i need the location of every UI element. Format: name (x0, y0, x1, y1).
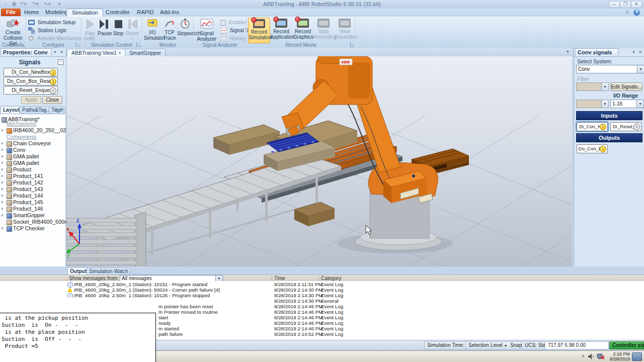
tree-item-product-142[interactable]: Product_142 (0, 179, 65, 186)
expand-icon[interactable] (2, 188, 4, 191)
station-logic-button[interactable]: Station Logic (28, 27, 67, 35)
browser-close-icon[interactable]: ✕ (59, 107, 65, 112)
expand-icon[interactable] (2, 207, 4, 210)
network-icon[interactable] (597, 353, 605, 360)
tree-item-product[interactable]: Product (0, 166, 65, 173)
tab-paths-tags[interactable]: Paths&Tag... (20, 106, 53, 114)
signal-led[interactable]: 0 (633, 124, 640, 130)
coordinates-input[interactable]: 717.97 5.98 0.00 (545, 341, 609, 349)
output-chip-do-con-b[interactable]: Do_Con_B...1 (577, 144, 608, 153)
collisions-dialog-launcher-icon[interactable]: ↘ (21, 42, 25, 47)
enabled-checkbox[interactable]: Enabled (220, 19, 247, 27)
close-button-panel[interactable]: Close (42, 96, 62, 104)
signal-led[interactable]: 1 (600, 146, 606, 152)
restore-button[interactable]: ❐ (620, 1, 631, 8)
io-range-left-select[interactable]: ▼ (576, 100, 609, 108)
expand-icon[interactable] (2, 181, 4, 184)
log-row[interactable]: iIRB_4600_20kg_2.50m_1 (Station): 10151 … (0, 282, 644, 287)
signal-do-con-box-ready[interactable]: Do_Con_Box_Ready1 (4, 77, 58, 85)
tree-item-product-146[interactable]: Product_146 (0, 206, 65, 212)
tree-item-chain-conveyor[interactable]: Chain Conveyor (0, 140, 65, 147)
history-button[interactable]: History (220, 35, 246, 43)
conv-signals-close-icon[interactable]: ✕ (637, 49, 643, 55)
view-tab-smartgripper[interactable]: SmartGripper (125, 49, 166, 56)
record-application-button[interactable]: RecordApplication (270, 18, 292, 42)
record-movie-dialog-launcher-icon[interactable]: ↘ (350, 42, 355, 47)
pause-button[interactable]: Pause (98, 19, 111, 36)
tree-item-conv[interactable]: Conv (0, 147, 65, 153)
tab-layout[interactable]: Layout (1, 106, 22, 114)
tcp-trace-button[interactable]: TCPTrace (162, 18, 177, 42)
record-graphics-button[interactable]: RecordGraphics (293, 18, 312, 42)
browser-menu-icon[interactable]: ▾ (53, 107, 59, 112)
expand-icon[interactable] (2, 201, 4, 204)
expand-icon[interactable] (2, 155, 4, 158)
simulation-setup-button[interactable]: Simulation Setup (28, 19, 75, 27)
expand-icon[interactable] (2, 174, 4, 177)
signal-led[interactable]: 1 (50, 69, 56, 76)
log-row[interactable]: IRB_4600_20kg_2.50m_1 (Station): 50024 -… (0, 287, 644, 293)
view-tab-abbtraining[interactable]: ABBTraining:View1 × (67, 49, 126, 56)
tree-item-product-145[interactable]: Product_145 (0, 199, 65, 206)
3d-viewport[interactable]: ABB (66, 56, 572, 266)
chevron-down-icon[interactable]: ▼ (636, 100, 643, 108)
view-tab-close-icon[interactable]: × (118, 50, 121, 56)
stop-button[interactable]: Stop (112, 19, 125, 36)
signal-analyzer-button[interactable]: SignalAnalyzer (195, 18, 218, 42)
apply-button[interactable]: Apply (21, 96, 41, 104)
expand-icon[interactable] (2, 194, 4, 197)
tree-item-product-144[interactable]: Product_144 (0, 193, 65, 199)
expand-icon[interactable] (2, 168, 4, 171)
close-button[interactable]: ✕ (631, 1, 642, 8)
input-chip-di-reset[interactable]: Di_Reset_...0 (610, 122, 641, 131)
properties-panel-menu-icon[interactable]: ▾ (52, 49, 58, 55)
reset-button[interactable]: Reset ▾ (126, 19, 139, 40)
signal-di-reset-enque[interactable]: Di_Reset_Enque0 (4, 86, 58, 95)
tree-item-product-143[interactable]: Product_143 (0, 186, 65, 193)
collapse-signals-icon[interactable]: − (58, 59, 63, 65)
tree-item-gma-pallet-1[interactable]: GMA pallet (0, 153, 65, 160)
tree-item-robot[interactable]: IRB4600_20_250__02 (0, 127, 65, 134)
io-range-select[interactable]: 1-16▼ (610, 100, 644, 108)
edit-signals-button[interactable]: Edit Signals... (610, 82, 642, 91)
chevron-down-icon[interactable]: ▼ (637, 65, 644, 73)
tree-group-components[interactable]: Components (0, 134, 65, 140)
expand-icon[interactable] (2, 214, 4, 217)
view-recording-button[interactable]: ViewRecording (335, 18, 355, 42)
create-collision-set-button[interactable]: Create Collision Set (2, 18, 25, 42)
minimize-ribbon-icon[interactable]: ∧ (625, 10, 629, 15)
input-chip-di-con-n[interactable]: Di_Con_N...1 (577, 122, 608, 131)
configure-dialog-launcher-icon[interactable]: ↘ (75, 42, 80, 47)
play-button[interactable]: Play ▾ (84, 19, 97, 40)
expand-icon[interactable] (2, 227, 4, 230)
tree-item-gma-pallet-2[interactable]: GMA pallet (0, 160, 65, 166)
conv-signals-menu-icon[interactable]: ▾ (631, 49, 636, 55)
io-simulator-button[interactable]: I/OSimulator (144, 18, 161, 42)
simulation-control-dialog-launcher-icon[interactable]: ↘ (136, 42, 141, 47)
signal-led[interactable]: 0 (50, 87, 56, 94)
tab-simulation[interactable]: Simulation (66, 9, 103, 17)
tree-group-mechanisms[interactable]: Mechanisms (0, 121, 65, 127)
signal-led[interactable]: 1 (50, 78, 56, 85)
tab-addins[interactable]: Add-Ins (155, 9, 184, 16)
signal-led[interactable]: 1 (600, 124, 606, 130)
properties-panel-close-icon[interactable]: ✕ (59, 49, 64, 55)
tab-simulation-watch[interactable]: Simulation Watch (87, 267, 130, 275)
tree-item-sockel[interactable]: Sockel_IRB4600_500mm (0, 219, 65, 225)
system-select[interactable]: Conv▼ (576, 65, 644, 73)
tab-controller[interactable]: Controller (101, 9, 135, 16)
view-tab-list-icon[interactable]: ▼ (566, 50, 570, 53)
stop-recording-button[interactable]: StopRecording (313, 18, 334, 42)
show-desktop-button[interactable] (632, 352, 642, 361)
filter-select[interactable]: ▼ (576, 82, 609, 91)
tab-output[interactable]: Output (67, 267, 89, 275)
signal-di-con-newbox[interactable]: Di_Con_NewBox1 (4, 68, 58, 76)
expand-icon[interactable] (2, 129, 4, 132)
rapid-console-window[interactable]: is at the pickup position Suction is On … (0, 313, 156, 362)
tree-item-tcp-checker[interactable]: TCP Checker (0, 225, 65, 232)
speaker-icon[interactable] (588, 353, 595, 360)
expand-icon[interactable] (2, 161, 4, 164)
expand-icon[interactable] (2, 142, 4, 145)
record-simulation-button[interactable]: RecordSimulation (248, 18, 270, 43)
help-icon[interactable]: ? (633, 9, 640, 16)
